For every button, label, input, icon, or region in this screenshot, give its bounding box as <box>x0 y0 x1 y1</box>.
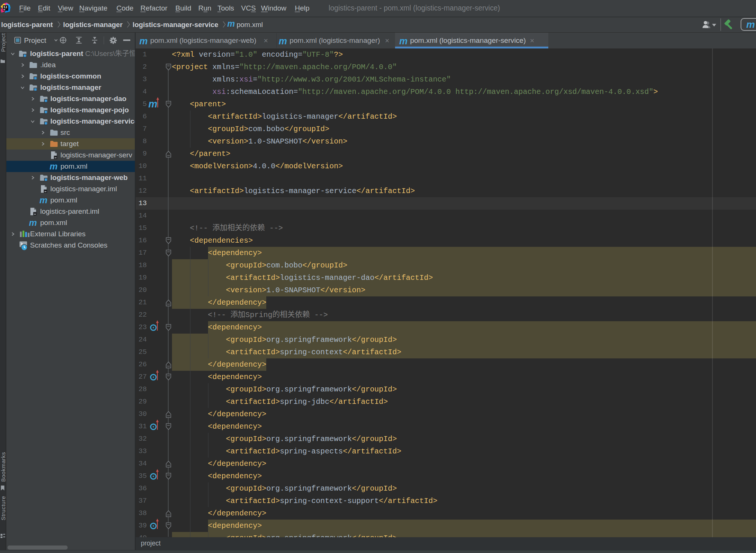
svg-text:IJ: IJ <box>3 6 7 9</box>
